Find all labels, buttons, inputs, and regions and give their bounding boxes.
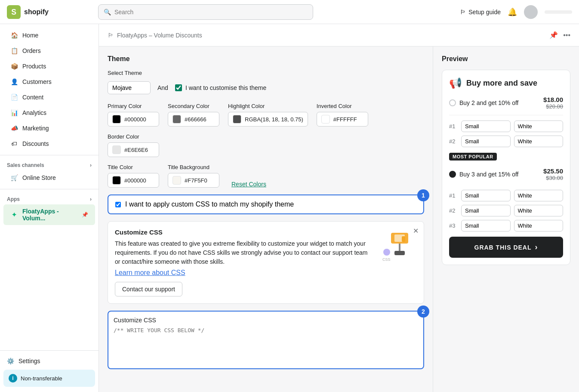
deal2-radio[interactable] bbox=[449, 171, 456, 178]
deal1-price-old: $20.00 bbox=[543, 103, 563, 110]
deal2-variant3-num: #3 bbox=[449, 222, 458, 229]
border-color-value: #E6E6E6 bbox=[124, 147, 148, 153]
sidebar-item-content[interactable]: 📄 Content bbox=[3, 90, 95, 105]
non-transferable-banner: i Non-transferable bbox=[3, 370, 95, 387]
colors-row-2: Border Color #E6E6E6 bbox=[108, 133, 424, 157]
more-actions-icon[interactable]: ••• bbox=[563, 31, 570, 39]
megaphone-icon: 📢 bbox=[449, 77, 462, 89]
left-panel: Theme Select Theme Mojave And I want to … bbox=[99, 46, 433, 392]
deal2-price-new: $25.50 bbox=[543, 167, 563, 175]
sidebar-item-floaty-apps[interactable]: ✦ FloatyApps - Volum... 📌 bbox=[3, 204, 95, 225]
deal2-price-old: $30.00 bbox=[543, 175, 563, 181]
arrow-right-icon: › bbox=[535, 243, 538, 252]
setup-guide-link[interactable]: 🏳 Setup guide bbox=[460, 9, 501, 15]
title-color-group: Title Color #000000 bbox=[108, 164, 159, 188]
sidebar-item-label: Content bbox=[22, 94, 43, 101]
inverted-color-group: Inverted Color #FFFFFF bbox=[317, 103, 368, 127]
deal2-variant3-size-select[interactable]: SmallMediumLarge bbox=[461, 220, 511, 231]
deal1-variant1-num: #1 bbox=[449, 123, 458, 130]
analytics-icon: 📊 bbox=[10, 109, 18, 117]
reset-colors-link[interactable]: Reset Colors bbox=[231, 181, 266, 188]
deal2-variant1-color-select[interactable]: WhiteBlackBlue bbox=[514, 190, 564, 201]
custom-css-checkbox-section: I want to apply custom CSS to match my s… bbox=[108, 194, 424, 214]
primary-color-value: #000000 bbox=[124, 116, 146, 123]
highlight-color-swatch[interactable]: RGBA(18, 18, 18, 0.75) bbox=[228, 112, 308, 127]
deal2-variant2-num: #2 bbox=[449, 207, 458, 214]
css-textarea[interactable] bbox=[114, 327, 418, 361]
contact-support-button[interactable]: Contact our support bbox=[115, 282, 182, 296]
deal1-price-new: $18.00 bbox=[543, 96, 563, 103]
info-icon: i bbox=[9, 374, 17, 383]
theme-select[interactable]: Mojave bbox=[108, 81, 151, 94]
deal2-variant2-color-select[interactable]: WhiteBlackBlue bbox=[514, 205, 564, 216]
deal1-variant2-color-select[interactable]: WhiteBlackBlue bbox=[514, 136, 564, 147]
sidebar-item-customers[interactable]: 👤 Customers bbox=[3, 74, 95, 89]
custom-css-checkbox[interactable] bbox=[115, 202, 121, 207]
preview-title: Preview bbox=[442, 55, 570, 63]
deal2-variant-3: #3 SmallMediumLarge WhiteBlackBlue bbox=[449, 220, 563, 231]
discounts-icon: 🏷 bbox=[10, 140, 18, 148]
title-bg-swatch[interactable]: #F7F5F0 bbox=[168, 173, 219, 188]
grab-deal-label: GRAB THIS DEAL bbox=[474, 244, 532, 251]
sidebar-item-products[interactable]: 📦 Products bbox=[3, 59, 95, 74]
sidebar-item-marketing[interactable]: 📣 Marketing bbox=[3, 121, 95, 136]
avatar[interactable] bbox=[524, 5, 538, 19]
sidebar-item-orders[interactable]: 📋 Orders bbox=[3, 43, 95, 58]
svg-point-6 bbox=[383, 249, 390, 256]
border-color-swatch[interactable]: #E6E6E6 bbox=[108, 142, 159, 157]
preview-card-title: Buy more and save bbox=[466, 79, 537, 88]
flag-icon: 🏳 bbox=[460, 9, 466, 15]
inverted-color-swatch[interactable]: #FFFFFF bbox=[317, 112, 368, 127]
logo-text: shopify bbox=[24, 8, 49, 16]
deal1-variant1-size-select[interactable]: SmallMediumLarge bbox=[461, 120, 511, 132]
deal2-variant1-num: #1 bbox=[449, 192, 458, 199]
css-info-box: ✕ Customize CSS This feature was created… bbox=[108, 221, 424, 304]
apps-section: Apps › bbox=[0, 193, 99, 204]
theme-row: Mojave And I want to customise this them… bbox=[108, 81, 424, 94]
deal1-radio[interactable] bbox=[449, 99, 456, 106]
border-color-box bbox=[112, 145, 121, 154]
title-bg-value: #F7F5F0 bbox=[185, 177, 207, 184]
deal1-variant1-color-select[interactable]: WhiteBlackBlue bbox=[514, 120, 564, 132]
close-icon[interactable]: ✕ bbox=[413, 227, 419, 235]
preview-header: 📢 Buy more and save bbox=[449, 77, 563, 89]
grab-deal-button[interactable]: GRAB THIS DEAL › bbox=[449, 237, 563, 258]
sidebar-item-settings[interactable]: ⚙️ Settings bbox=[0, 354, 99, 368]
title-color-box bbox=[112, 176, 121, 185]
primary-color-swatch[interactable]: #000000 bbox=[108, 112, 159, 127]
css-textarea-label: Customize CSS bbox=[114, 317, 418, 324]
sidebar-item-analytics[interactable]: 📊 Analytics bbox=[3, 105, 95, 120]
search-input[interactable] bbox=[114, 9, 308, 15]
sidebar-item-online-store[interactable]: 🛒 Online Store bbox=[3, 170, 95, 185]
notification-icon[interactable]: 🔔 bbox=[508, 7, 517, 17]
secondary-color-swatch[interactable]: #666666 bbox=[168, 112, 219, 127]
title-color-swatch[interactable]: #000000 bbox=[108, 173, 159, 188]
products-icon: 📦 bbox=[10, 62, 18, 70]
deal1-row[interactable]: Buy 2 and get 10% off $18.00 $20.00 bbox=[449, 96, 563, 115]
sales-channels-arrow[interactable]: › bbox=[90, 162, 92, 168]
most-popular-badge: MOST POPULAR bbox=[449, 153, 497, 161]
deal1-variant2-size-select[interactable]: SmallMediumLarge bbox=[461, 136, 511, 147]
border-color-group: Border Color #E6E6E6 bbox=[108, 133, 159, 157]
css-info-body: This feature was created to give you ext… bbox=[115, 239, 371, 266]
breadcrumb-bar: 🏳 FloatyApps – Volume Discounts 📌 ••• bbox=[99, 24, 579, 46]
deal2-variant2-size-select[interactable]: SmallMediumLarge bbox=[461, 205, 511, 216]
sidebar-item-home[interactable]: 🏠 Home bbox=[3, 28, 95, 43]
css-learn-more-link[interactable]: Learn more about CSS bbox=[115, 269, 185, 276]
pin-icon: 📌 bbox=[82, 212, 88, 218]
sidebar-item-label: Analytics bbox=[22, 109, 46, 116]
sidebar-item-label: Marketing bbox=[22, 125, 49, 132]
deal2-variant3-color-select[interactable]: WhiteBlackBlue bbox=[514, 220, 564, 231]
breadcrumb-text: FloatyApps – Volume Discounts bbox=[117, 32, 202, 39]
title-bg-label: Title Background bbox=[168, 164, 219, 170]
border-color-label: Border Color bbox=[108, 133, 159, 140]
deal2-variant1-size-select[interactable]: SmallMediumLarge bbox=[461, 190, 511, 201]
search-bar[interactable]: 🔍 bbox=[98, 4, 313, 20]
pin-action-icon[interactable]: 📌 bbox=[549, 31, 558, 39]
sidebar-item-discounts[interactable]: 🏷 Discounts bbox=[3, 136, 95, 151]
breadcrumb-icon: 🏳 bbox=[108, 32, 114, 39]
customise-checkbox[interactable] bbox=[175, 84, 182, 91]
deal2-row[interactable]: Buy 3 and get 15% off $25.50 $30.00 bbox=[449, 167, 563, 186]
svg-rect-5 bbox=[394, 251, 405, 255]
apps-arrow[interactable]: › bbox=[90, 196, 92, 202]
